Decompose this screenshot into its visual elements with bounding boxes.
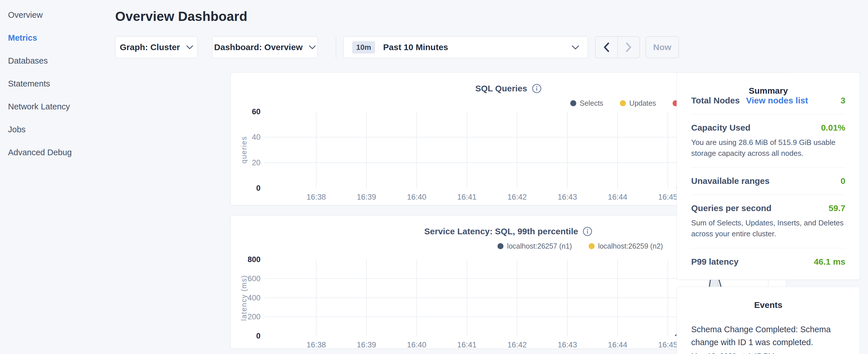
- y-tick-label: 0: [231, 184, 260, 192]
- toolbar-divider: [336, 36, 336, 58]
- dashboard-dropdown[interactable]: Dashboard: Overview: [212, 36, 318, 58]
- summary-row-unavailable-ranges: Unavailable ranges 0: [691, 176, 845, 186]
- graph-dropdown-label: Graph: Cluster: [120, 42, 180, 52]
- legend-label: localhost:26257 (n1): [507, 242, 572, 250]
- summary-row-value: 0: [840, 176, 845, 186]
- x-tick-label: 16:40: [400, 341, 434, 349]
- y-tick-label: 800: [231, 255, 260, 264]
- summary-row-queries-per-second: Queries per second 59.7 Sum of Selects, …: [691, 203, 845, 239]
- legend-label: Selects: [580, 99, 603, 107]
- divider: [691, 194, 845, 195]
- now-button[interactable]: Now: [646, 36, 679, 58]
- x-tick-label: 16:39: [349, 193, 384, 202]
- x-tick-label: 16:38: [299, 341, 334, 349]
- summary-row-label: Capacity Used: [691, 123, 750, 133]
- chart-title: SQL Queries: [475, 84, 527, 93]
- x-tick-label: 16:41: [450, 341, 484, 349]
- legend-item: Updates: [620, 99, 656, 107]
- event-item-timestamp: May 13, 2020 at 4:45 PM: [691, 352, 845, 354]
- x-tick-label: 16:43: [550, 341, 585, 349]
- chevron-right-icon: [626, 42, 632, 52]
- sidebar-item-overview[interactable]: Overview: [0, 3, 115, 26]
- toolbar: Graph: Cluster Dashboard: Overview 10m P…: [115, 36, 679, 58]
- events-card: Events Schema Change Completed: Schema c…: [677, 287, 860, 354]
- x-tick-label: 16:40: [400, 193, 434, 202]
- chevron-down-icon: [309, 45, 316, 49]
- time-step-forward-button[interactable]: [618, 37, 640, 58]
- summary-row-capacity-used: Capacity Used 0.01% You are using 28.6 M…: [691, 123, 845, 159]
- sidebar-item-network-latency[interactable]: Network Latency: [0, 95, 115, 118]
- summary-row-note: Sum of Selects, Updates, Inserts, and De…: [691, 218, 845, 239]
- summary-row-label: P99 latency: [691, 257, 739, 267]
- time-step-back-button[interactable]: [595, 37, 618, 58]
- x-tick-label: 16:41: [450, 193, 484, 202]
- time-range-label: Past 10 Minutes: [383, 42, 448, 52]
- summary-row-label: Unavailable ranges: [691, 176, 769, 186]
- graph-dropdown[interactable]: Graph: Cluster: [115, 36, 198, 58]
- x-tick-label: 16:43: [550, 193, 585, 202]
- sidebar-item-advanced-debug[interactable]: Advanced Debug: [0, 141, 115, 164]
- time-step-buttons: [595, 36, 640, 58]
- x-tick-label: 16:42: [500, 341, 534, 349]
- summary-row-value: 0.01%: [821, 123, 845, 133]
- view-nodes-list-link[interactable]: View nodes list: [746, 96, 808, 105]
- x-tick-label: 16:39: [349, 341, 384, 349]
- legend-dot: [570, 100, 576, 106]
- summary-row-label: Queries per second: [691, 203, 771, 213]
- time-range-picker[interactable]: 10m Past 10 Minutes: [343, 36, 588, 58]
- info-icon[interactable]: [532, 84, 541, 93]
- chevron-down-icon: [186, 45, 193, 49]
- x-tick-label: 16:44: [600, 341, 635, 349]
- y-tick-label: 60: [231, 107, 260, 116]
- summary-title: Summary: [691, 73, 845, 96]
- legend-item: localhost:26259 (n2): [589, 242, 663, 250]
- legend-item: Selects: [570, 99, 603, 107]
- summary-row-label: Total Nodes: [691, 96, 740, 105]
- info-icon[interactable]: [583, 227, 592, 236]
- sidebar-item-statements[interactable]: Statements: [0, 72, 115, 95]
- x-tick-label: 16:42: [500, 193, 534, 202]
- page-title: Overview Dashboard: [115, 9, 247, 24]
- time-range-badge: 10m: [352, 41, 375, 54]
- summary-row-value: 3: [840, 96, 845, 105]
- sidebar-item-metrics[interactable]: Metrics: [0, 26, 115, 49]
- page: Overview Metrics Databases Statements Ne…: [0, 0, 868, 354]
- sidebar-item-databases[interactable]: Databases: [0, 49, 115, 72]
- summary-row-p99-latency: P99 latency 46.1 ms: [691, 257, 845, 267]
- chevron-down-icon: [572, 45, 579, 50]
- legend-label: Updates: [629, 99, 656, 107]
- legend-label: localhost:26259 (n2): [598, 242, 663, 250]
- summary-card: Summary Total Nodes View nodes list 3 Ca…: [677, 72, 860, 280]
- y-tick-label: 0: [231, 332, 260, 340]
- y-tick-label: 600: [231, 275, 260, 283]
- sidebar: Overview Metrics Databases Statements Ne…: [0, 0, 115, 354]
- divider: [691, 114, 845, 114]
- summary-row-total-nodes: Total Nodes View nodes list 3: [691, 96, 845, 105]
- main-content: Overview Dashboard Graph: Cluster Dashbo…: [115, 0, 671, 354]
- y-tick-label: 400: [231, 294, 260, 302]
- sidebar-item-jobs[interactable]: Jobs: [0, 118, 115, 141]
- y-axis-label: queries: [240, 112, 251, 188]
- y-tick-label: 20: [231, 158, 260, 167]
- y-tick-label: 200: [231, 313, 260, 321]
- event-item-text[interactable]: Schema Change Completed: Schema change w…: [691, 323, 845, 349]
- x-tick-label: 16:38: [299, 193, 334, 202]
- events-title: Events: [691, 287, 845, 310]
- legend-dot: [620, 100, 626, 106]
- summary-row-value: 59.7: [829, 203, 845, 213]
- chevron-left-icon: [603, 42, 610, 52]
- y-tick-label: 40: [231, 133, 260, 141]
- x-tick-label: 16:44: [600, 193, 635, 202]
- chart-title: Service Latency: SQL, 99th percentile: [425, 227, 578, 236]
- legend-item: localhost:26257 (n1): [497, 242, 572, 250]
- summary-row-note: You are using 28.6 MiB of 515.9 GiB usab…: [691, 137, 845, 159]
- legend-dot: [589, 243, 595, 249]
- dashboard-dropdown-label: Dashboard: Overview: [214, 42, 302, 52]
- divider: [691, 248, 845, 248]
- summary-row-value: 46.1 ms: [814, 257, 845, 267]
- legend-dot: [497, 243, 503, 249]
